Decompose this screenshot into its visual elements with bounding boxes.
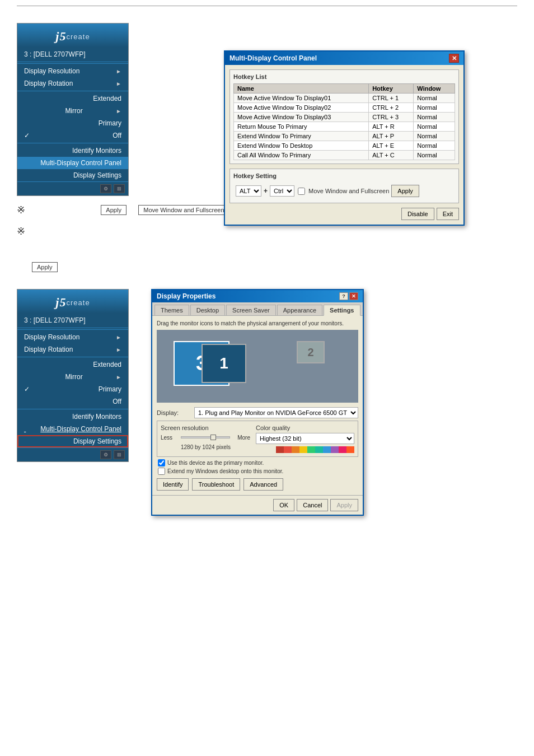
color-segment [292,446,299,453]
hotkey-settings-row: ALT + Ctrl Move Window and Fullscreen Ap… [233,183,455,199]
resolution-slider[interactable] [181,433,230,442]
primary-monitor-checkbox[interactable] [158,459,165,466]
tab-themes[interactable]: Themes [154,305,189,315]
note-1-text: Apply Move Window and Fullscreen [30,205,232,215]
menu-item-display-rotation-2[interactable]: Display Rotation ► [17,343,128,356]
hotkey-apply-button[interactable]: Apply [391,185,419,197]
footer-icons-1: ⚙ ⊞ [100,184,125,193]
hotkey-alt-select[interactable]: ALT [236,185,261,197]
divider-1b [17,91,128,91]
color-segment [307,446,315,453]
color-quality-select[interactable]: Highest (32 bit) [256,433,354,444]
footer-icon-1: ⚙ [100,184,111,193]
identify-button[interactable]: Identify [157,478,189,491]
menu-item-extended-2[interactable]: Extended [17,358,128,371]
dp-titlebar: Display Properties ? ✕ [152,290,363,302]
monitor-2[interactable]: 2 [297,341,325,363]
slider-row: Less More [161,433,250,442]
monitor-1[interactable]: 1 [202,344,246,383]
menu-item-display-resolution-2[interactable]: Display Resolution ► [17,331,128,343]
ok-button[interactable]: OK [273,499,294,511]
tab-desktop[interactable]: Desktop [190,305,225,315]
dp-body: Themes Desktop Screen Saver Appearance S… [152,302,363,515]
fullscreen-checkbox[interactable] [298,188,305,195]
page-content: j5 create 3 : [DELL 2707WFP] Display Res… [0,6,534,527]
menu-footer-1: ⚙ ⊞ [17,181,128,195]
menu-item-display-rotation-1[interactable]: Display Rotation ► [17,77,128,90]
right-panel-2: Display Properties ? ✕ Themes Desktop Sc… [151,289,517,516]
mdcp-close-button[interactable]: ✕ [449,54,459,63]
menu-header-2: j5 create [17,290,128,313]
extend-desktop-checkbox[interactable] [158,468,165,475]
hotkey-ctrl-select[interactable]: Ctrl [270,185,294,197]
menu-item-primary-1[interactable]: Primary [17,117,128,129]
hotkey-setting-title: Hotkey Setting [233,172,455,179]
menu-header-1: j5 create [17,24,128,47]
color-segment [323,446,331,453]
move-window-inline-box: Move Window and Fullscreen [138,205,229,215]
note-2-content: Apply [30,226,60,272]
menu-item-mdcp-2[interactable]: Multi-Display Control Panel [17,423,128,435]
tab-settings[interactable]: Settings [324,305,360,316]
j5-logo-2: j5 [55,295,66,310]
left-panel-1: j5 create 3 : [DELL 2707WFP] Display Res… [17,23,140,196]
color-segment [284,446,292,453]
arrow-icon-5: ► [116,347,121,353]
menu-item-mirror-2[interactable]: Mirror ► [17,371,128,383]
context-menu-1: j5 create 3 : [DELL 2707WFP] Display Res… [17,23,129,196]
menu-item-primary-2[interactable]: ✓ Primary [17,383,128,395]
divider-2c [17,409,128,409]
hotkey-list-group: Hotkey List Name Hotkey Window Move Acti [229,69,459,164]
dp-titlebar-buttons: ? ✕ [339,292,358,300]
footer-icon-3: ⚙ [100,450,111,459]
menu-item-display-settings-1[interactable]: Display Settings [17,169,128,181]
note-symbol-2: ※ [17,226,25,236]
color-segment [299,446,307,453]
dp-content: Drag the monitor icons to match the phys… [152,316,363,495]
disable-button[interactable]: Disable [401,208,434,220]
j5-logo-1: j5 [55,29,66,44]
menu-item-display-settings-2[interactable]: Display Settings [17,435,128,447]
color-segment [315,446,323,453]
dp-close-button[interactable]: ✕ [349,292,358,300]
dp-help-button[interactable]: ? [339,292,348,300]
display-select[interactable]: 1. Plug and Play Monitor on NVIDIA GeFor… [194,407,358,418]
tab-appearance[interactable]: Appearance [277,305,322,315]
menu-item-mdcp-1[interactable]: Multi-Display Control Panel [17,157,128,169]
divider-1a [17,63,128,64]
divider-1c [17,143,128,143]
menu-item-identify-1[interactable]: Identify Monitors [17,144,128,157]
menu-item-extended-1[interactable]: Extended [17,92,128,105]
brand-logo-2: j5 create [17,295,128,310]
tab-screensaver[interactable]: Screen Saver [226,305,276,315]
cancel-button[interactable]: Cancel [297,499,328,511]
dp-window: Display Properties ? ✕ Themes Desktop Sc… [151,289,364,516]
table-row: Move Active Window To Display03CTRL + 3N… [234,113,455,122]
menu-item-identify-2[interactable]: Identify Monitors [17,410,128,423]
monitor-label-1: 3 : [DELL 2707WFP] [17,47,128,62]
exit-button[interactable]: Exit [437,208,459,220]
dp-bottom-right: OK Cancel Apply [273,499,358,511]
res-color-row: Screen resolution Less More [157,421,358,457]
more-label: More [233,435,250,441]
color-segment [276,446,284,453]
extend-desktop-label: Extend my Windows desktop onto this moni… [167,468,283,474]
display-label: Display: [157,409,191,416]
mdcp-bottom-buttons: Disable Exit [229,208,459,220]
col-header-hotkey: Hotkey [369,84,414,94]
menu-item-off-2[interactable]: Off [17,395,128,408]
screen-res-label: Screen resolution [161,424,250,431]
apply-button[interactable]: Apply [330,499,358,511]
divider-2b [17,357,128,357]
advanced-button[interactable]: Advanced [243,478,283,491]
arrow-icon-4: ► [116,334,121,340]
menu-item-off-1[interactable]: ✓ Off [17,129,128,142]
apply-inline-box-2: Apply [32,262,58,272]
menu-item-mirror-1[interactable]: Mirror ► [17,105,128,117]
dp-action-buttons: Identify Troubleshoot Advanced [157,478,358,491]
monitor-label-2: 3 : [DELL 2707WFP] [17,313,128,328]
col-header-window: Window [414,84,455,94]
troubleshoot-button[interactable]: Troubleshoot [192,478,240,491]
menu-item-display-resolution-1[interactable]: Display Resolution ► [17,65,128,77]
menu-footer-2: ⚙ ⊞ [17,447,128,461]
